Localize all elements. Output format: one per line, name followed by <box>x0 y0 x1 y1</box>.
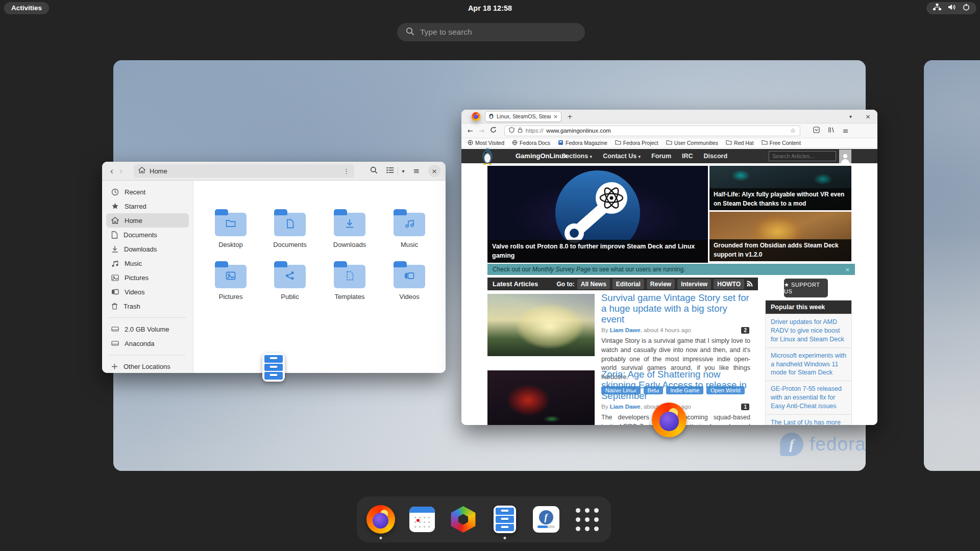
folder-public[interactable]: Public <box>264 260 315 300</box>
nav-discord[interactable]: Discord <box>704 153 728 160</box>
dock-item-files[interactable] <box>491 496 519 542</box>
nav-sections[interactable]: Sections ▾ <box>561 153 592 160</box>
sidebar-item-volume[interactable]: 2.0 GB Volume <box>106 322 189 336</box>
path-menu-button[interactable]: ⋮ <box>343 167 350 175</box>
filter-all-news[interactable]: All News <box>577 279 610 289</box>
popular-link[interactable]: GE-Proton 7-55 released with an essentia… <box>766 381 851 414</box>
browser-tab[interactable]: Linux, SteamOS, Steam D × <box>485 111 561 122</box>
article-thumbnail[interactable] <box>487 370 595 425</box>
popular-link[interactable]: Microsoft experiments with a handheld Wi… <box>766 347 851 381</box>
sidebar-item-other-locations[interactable]: Other Locations <box>106 359 189 373</box>
sidebar-item-recent[interactable]: Recent <box>106 185 189 199</box>
back-button[interactable]: ← <box>468 127 473 135</box>
support-us-button[interactable]: ★ SUPPORT US <box>784 279 828 297</box>
folder-pictures[interactable]: Pictures <box>205 260 256 300</box>
overview-search[interactable]: Type to search <box>397 23 585 41</box>
side-article-alyx[interactable]: Half-Life: Alyx fully playable without V… <box>709 166 851 210</box>
filter-review[interactable]: Review <box>647 279 675 289</box>
close-window-button[interactable]: × <box>428 165 440 177</box>
sidebar-item-anaconda[interactable]: Anaconda <box>106 336 189 350</box>
sidebar-item-home[interactable]: Home <box>106 213 189 228</box>
comment-count-badge[interactable]: 2 <box>741 327 749 334</box>
sidebar-item-downloads[interactable]: Downloads <box>106 242 189 256</box>
side-article-grounded[interactable]: Grounded from Obsidian adds Steam Deck s… <box>709 212 851 261</box>
site-brand[interactable]: GamingOnLinux <box>516 149 567 163</box>
list-tabs-button[interactable]: ▾ <box>849 114 852 119</box>
comment-count-badge[interactable]: 1 <box>741 404 749 410</box>
hero-caption[interactable]: Valve rolls out Proton 8.0 to further im… <box>487 240 708 263</box>
dock-item-photos[interactable] <box>449 496 478 542</box>
sidebar-item-videos[interactable]: Videos <box>106 285 189 299</box>
bookmark-fedora-magazine[interactable]: Fedora Magazine <box>558 140 607 146</box>
firefox-window[interactable]: Linux, SteamOS, Steam D × + ▾ × ← → http… <box>461 110 877 425</box>
rss-icon[interactable] <box>747 280 753 289</box>
search-icon[interactable] <box>370 166 378 176</box>
account-icon[interactable] <box>813 126 820 135</box>
nav-irc[interactable]: IRC <box>682 153 693 160</box>
article-thumbnail[interactable] <box>487 294 595 356</box>
library-icon[interactable] <box>828 126 835 135</box>
forward-button[interactable]: → <box>479 127 484 135</box>
activities-button[interactable]: Activities <box>4 2 49 14</box>
sidebar-item-starred[interactable]: Starred <box>106 199 189 213</box>
new-tab-button[interactable]: + <box>567 113 573 120</box>
popular-link[interactable]: Driver updates for AMD RADV to give nice… <box>766 314 851 347</box>
tab-close-icon[interactable]: × <box>553 113 558 120</box>
hamburger-menu-button[interactable]: ≡ <box>413 166 420 176</box>
clock[interactable]: Apr 18 12:58 <box>468 2 512 14</box>
path-bar[interactable]: Home ⋮ <box>134 164 354 178</box>
dock-item-app-grid[interactable] <box>573 496 602 542</box>
chevron-down-icon: ▾ <box>590 154 593 159</box>
bookmark-star-icon[interactable]: ☆ <box>790 127 796 134</box>
nav-forum[interactable]: Forum <box>651 153 671 160</box>
files-app-icon[interactable] <box>262 353 285 382</box>
filter-interview[interactable]: Interview <box>677 279 711 289</box>
site-search-input[interactable] <box>769 151 836 161</box>
author-link[interactable]: Liam Dawe <box>610 327 641 333</box>
hero-article[interactable]: Valve rolls out Proton 8.0 to further im… <box>487 166 708 263</box>
banner-close-icon[interactable]: × <box>845 266 850 273</box>
sidebar-item-music[interactable]: Music <box>106 256 189 270</box>
filter-howto[interactable]: HOWTO <box>714 279 744 289</box>
dock-item-installer[interactable]: f <box>532 496 560 542</box>
user-avatar[interactable] <box>839 149 851 163</box>
filter-editorial[interactable]: Editorial <box>612 279 644 289</box>
folder-downloads[interactable]: Downloads <box>324 208 375 248</box>
folder-desktop[interactable]: Desktop <box>205 208 256 248</box>
folder-videos[interactable]: Videos <box>384 260 435 300</box>
menu-icon[interactable]: ≡ <box>843 127 849 135</box>
folder-templates[interactable]: Templates <box>324 260 375 300</box>
chevron-down-icon: ▾ <box>402 168 404 174</box>
bookmark-user-communities[interactable]: User Communities <box>666 140 718 146</box>
dock-item-calendar[interactable] <box>408 496 436 542</box>
popular-link[interactable]: The Last of Us has more Steam Deck impro… <box>766 414 851 425</box>
sidebar-item-pictures[interactable]: Pictures <box>106 270 189 285</box>
dock-item-firefox[interactable] <box>366 496 395 542</box>
bookmark-fedora-docs[interactable]: Fedora Docs <box>512 140 550 146</box>
window-close-button[interactable]: × <box>865 113 871 120</box>
nav-contact-us[interactable]: Contact Us ▾ <box>603 153 641 160</box>
survey-page-link[interactable]: Monthly Survey Page <box>532 266 591 273</box>
files-window[interactable]: ‹ › Home ⋮ ▾ ≡ × Recent Starred <box>102 162 446 373</box>
bookmark-most-visited[interactable]: Most Visited <box>468 140 504 146</box>
system-status-area[interactable] <box>926 2 976 14</box>
sidebar-item-documents[interactable]: Documents <box>106 228 189 242</box>
bookmark-free-content[interactable]: Free Content <box>762 140 801 146</box>
article-title-link[interactable]: Survival game Vintage Story set for a hu… <box>601 292 750 324</box>
url-bar[interactable]: https://www.gamingonlinux.com ☆ <box>504 126 800 136</box>
back-button[interactable]: ‹ <box>107 166 116 176</box>
folder-music[interactable]: Music <box>384 208 435 248</box>
adjacent-workspace-preview[interactable] <box>924 60 980 471</box>
reload-button[interactable] <box>490 126 497 135</box>
bookmark-red-hat[interactable]: Red Hat <box>726 140 754 146</box>
firefox-app-icon[interactable] <box>652 403 687 437</box>
forward-button[interactable]: › <box>116 166 126 176</box>
bookmark-fedora-project[interactable]: Fedora Project <box>615 140 658 146</box>
gamingonlinux-logo-icon[interactable] <box>480 148 495 167</box>
running-indicator <box>379 537 382 539</box>
view-toggle-button[interactable]: ▾ <box>386 166 404 176</box>
article-title-link[interactable]: Zoria: Age of Shattering now skipping Ea… <box>601 369 750 401</box>
sidebar-item-trash[interactable]: Trash <box>106 299 189 313</box>
author-link[interactable]: Liam Dawe <box>610 404 641 410</box>
folder-documents[interactable]: Documents <box>264 208 315 248</box>
